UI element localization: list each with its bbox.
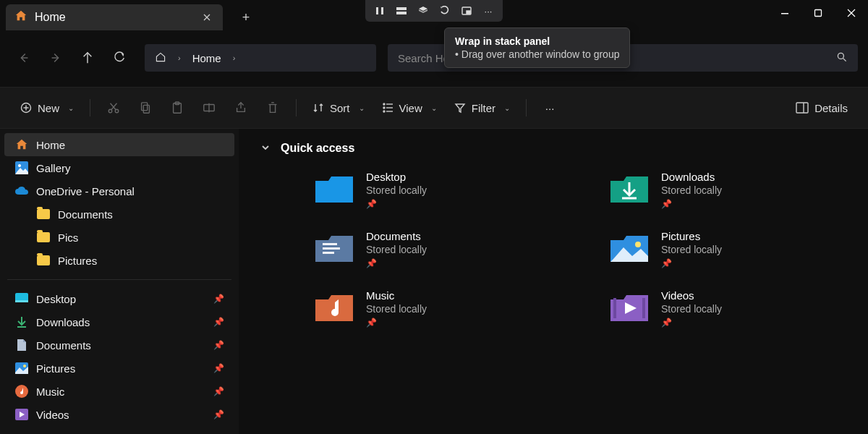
item-name: Documents [366,230,427,242]
pin-icon: 📌 [213,294,224,304]
sidebar-item-pics[interactable]: Pics [4,226,234,249]
cut-button[interactable] [99,95,128,121]
view-label: View [399,102,422,114]
quick-access-item-documents[interactable]: Documents Stored locally 📌 [314,230,551,269]
item-subtitle: Stored locally [366,303,427,315]
folder-icon [314,230,354,265]
share-button[interactable] [226,95,255,121]
sidebar-item-home[interactable]: Home [4,133,234,156]
svg-rect-26 [142,103,148,111]
svg-rect-27 [143,105,149,113]
tab-home[interactable]: Home [6,4,223,30]
item-name: Music [366,289,427,302]
pin-icon: 📌 [366,318,377,328]
sidebar-item-label: Downloads [36,316,90,328]
chevron-down-icon: ⌄ [359,104,365,112]
sort-button[interactable]: Sort ⌄ [305,95,372,121]
item-name: Videos [661,289,722,302]
folder-icon [36,253,51,268]
sidebar-item-gallery[interactable]: Gallery [4,156,234,179]
sidebar-item-onedrive[interactable]: OneDrive - Personal [4,179,234,203]
sidebar-item-label: Music [36,386,64,398]
stack-more-button[interactable]: ··· [478,3,498,19]
quick-access-item-music[interactable]: Music Stored locally 📌 [314,289,551,328]
stack-wrap-button[interactable] [435,3,455,19]
filter-label: Filter [472,102,495,114]
music-icon [14,384,29,399]
delete-button[interactable] [258,95,287,121]
svg-rect-7 [467,11,470,14]
stack-pause-button[interactable] [370,3,390,19]
item-subtitle: Stored locally [661,244,722,255]
new-tab-button[interactable]: + [233,4,259,30]
svg-rect-2 [396,7,407,10]
item-name: Pictures [661,230,722,242]
svg-rect-53 [323,243,337,245]
sidebar-item-videos[interactable]: Videos 📌 [4,403,234,426]
svg-rect-9 [815,10,822,17]
search-icon [836,51,848,65]
desktop-icon [14,292,29,306]
chevron-down-icon: ⌄ [68,104,74,112]
stack-pip-button[interactable] [456,3,477,19]
quick-access-item-desktop[interactable]: Desktop Stored locally 📌 [314,171,551,210]
rename-button[interactable] [195,95,224,121]
copy-button[interactable] [131,95,160,121]
item-name: Desktop [366,171,427,183]
svg-rect-43 [15,300,28,302]
divider [296,99,297,116]
home-icon [14,9,27,25]
quick-access-header[interactable]: Quick access [260,142,846,155]
pin-icon: 📌 [366,199,377,209]
svg-rect-55 [323,252,334,254]
close-button[interactable] [835,0,868,26]
minimize-button[interactable] [768,0,801,26]
address-location: Home [192,52,221,64]
quick-access-item-videos[interactable]: Videos Stored locally 📌 [609,289,846,328]
new-button[interactable]: New ⌄ [13,95,81,121]
sidebar-item-desktop[interactable]: Desktop 📌 [4,287,234,310]
quick-access-item-downloads[interactable]: Downloads Stored locally 📌 [609,171,846,210]
maximize-button[interactable] [801,0,835,26]
details-button[interactable]: Details [788,95,855,121]
sidebar-item-documents[interactable]: Documents [4,203,234,226]
stack-rows-button[interactable] [391,3,412,19]
window-controls [768,0,868,26]
gallery-icon [14,161,29,175]
pin-icon: 📌 [661,199,672,209]
downloads-icon [14,315,29,329]
tab-close-button[interactable] [200,10,214,25]
folder-icon [36,207,51,221]
pin-icon: 📌 [661,318,672,328]
svg-rect-0 [376,7,378,14]
pin-icon: 📌 [213,340,224,350]
sidebar-item-pictures2[interactable]: Pictures 📌 [4,357,234,380]
content-pane: Quick access Desktop Stored locally 📌 Do… [239,129,868,434]
sidebar-item-pictures[interactable]: Pictures [4,249,234,272]
sidebar: Home Gallery OneDrive - Personal Documen… [0,129,239,434]
chevron-down-icon [260,142,271,155]
forward-button[interactable] [42,44,69,72]
more-button[interactable]: ··· [535,95,564,121]
main-area: Home Gallery OneDrive - Personal Documen… [0,129,868,434]
sidebar-item-downloads[interactable]: Downloads 📌 [4,310,234,333]
folder-icon [609,171,650,205]
quick-access-item-pictures[interactable]: Pictures Stored locally 📌 [609,230,846,269]
sidebar-item-documents2[interactable]: Documents 📌 [4,333,234,357]
back-button[interactable] [10,44,38,72]
folder-icon [609,230,650,265]
up-button[interactable] [74,44,101,72]
pin-icon: 📌 [213,317,224,327]
sidebar-item-music[interactable]: Music 📌 [4,380,234,403]
documents-icon [14,338,29,352]
refresh-button[interactable] [106,44,133,72]
pin-icon: 📌 [366,258,377,268]
view-button[interactable]: View ⌄ [375,95,444,121]
paste-button[interactable] [163,95,192,121]
address-bar[interactable]: › Home › [145,44,376,72]
stack-layers-button[interactable] [413,3,433,19]
sidebar-divider [7,279,231,280]
svg-point-56 [635,242,641,247]
filter-button[interactable]: Filter ⌄ [447,95,517,121]
divider [526,99,527,116]
